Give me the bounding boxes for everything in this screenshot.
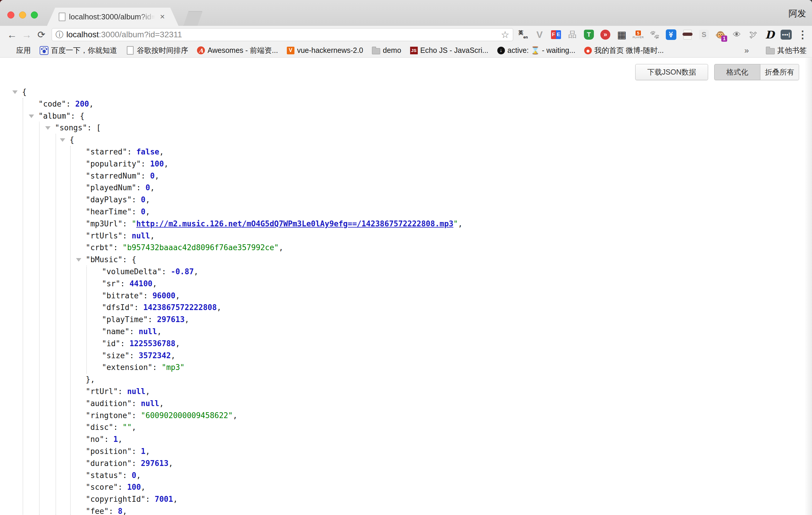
json-token: "crbt" xyxy=(86,243,113,252)
json-token: "mp3Url" xyxy=(86,219,122,228)
json-token: [ xyxy=(96,123,101,132)
json-token: : xyxy=(132,411,141,420)
json-token: : xyxy=(129,327,139,336)
fehelper-icon[interactable]: FE xyxy=(550,29,562,40)
json-token: "copyrightId" xyxy=(86,495,146,504)
vimium-gray-icon[interactable]: V xyxy=(534,29,546,40)
bookmark-star-icon[interactable]: ☆ xyxy=(501,29,509,40)
json-token: , xyxy=(155,171,160,180)
json-token: , xyxy=(173,495,178,504)
browser-menu-icon[interactable]: ⋮ xyxy=(797,28,807,41)
json-token: , xyxy=(233,411,237,420)
json-token: : xyxy=(132,459,141,468)
tab-active[interactable]: localhost:3000/album?id=323 × xyxy=(47,8,178,26)
bird-icon[interactable]: 🕊 xyxy=(747,29,759,40)
tab-favicon-page-icon xyxy=(59,12,65,21)
collapse-toggle-icon[interactable] xyxy=(29,115,34,118)
collapse-toggle-icon[interactable] xyxy=(12,90,18,94)
password-dots-icon[interactable]: •••| xyxy=(780,29,792,40)
bookmark-item[interactable]: demo xyxy=(372,46,401,55)
download-json-button[interactable]: 下载JSON数据 xyxy=(635,64,708,80)
json-token: "dayPlays" xyxy=(86,195,132,204)
json-token: 1423867572222808 xyxy=(143,303,216,312)
bookmark-label: demo xyxy=(383,46,401,55)
bookmark-item[interactable]: AAwesomes - 前端资... xyxy=(197,46,278,55)
json-tree: {"code": 200,"album": {"songs": [{"starr… xyxy=(0,86,812,515)
collapse-toggle-icon[interactable] xyxy=(76,258,81,262)
format-button[interactable]: 格式化 xyxy=(714,64,760,80)
address-bar[interactable]: ⓘ localhost :3000/album?id=32311 ☆ xyxy=(52,28,513,41)
blue-chevron-icon[interactable]: ≫ xyxy=(665,29,677,40)
json-token: { xyxy=(22,87,27,96)
json-token: 1 xyxy=(113,435,118,444)
bookmark-item[interactable]: JSEcho JS - JavaScri... xyxy=(410,46,489,55)
translate-icon[interactable]: 英en xyxy=(517,29,529,40)
json-token: , xyxy=(146,195,150,204)
json-line: { xyxy=(0,86,812,98)
apps-grid-icon xyxy=(5,47,13,55)
bookmark-label: vue-hackernews-2.0 xyxy=(297,46,363,55)
forward-button: → xyxy=(19,30,34,40)
video-speed-icon[interactable]: » xyxy=(600,29,611,40)
collapse-toggle-icon[interactable] xyxy=(60,138,65,142)
bookmark-item[interactable]: 我的首页 微博-随时... xyxy=(584,46,664,55)
json-token: "duration" xyxy=(86,459,132,468)
qrcode-icon[interactable]: ▦ xyxy=(616,29,628,40)
bookmark-item[interactable]: 百度一下，你就知道 xyxy=(40,46,117,55)
scrollbar-track[interactable] xyxy=(804,58,812,515)
json-token: { xyxy=(69,135,74,144)
json-token: , xyxy=(458,219,463,228)
other-bookmarks[interactable]: 其他书签 xyxy=(766,46,807,55)
collapse-toggle-icon[interactable] xyxy=(45,126,51,130)
page-content: 下载JSON数据 格式化 折叠所有 {"code": 200,"album": … xyxy=(0,58,812,515)
collapse-all-button[interactable]: 折叠所有 xyxy=(760,64,799,80)
reload-button[interactable]: ⟳ xyxy=(34,30,49,39)
monkey-badge-icon[interactable]: 🐵1 xyxy=(715,29,726,40)
back-button[interactable]: ← xyxy=(5,30,19,40)
json-line: "starred": false, xyxy=(0,146,812,158)
json-token: 7001 xyxy=(155,495,173,504)
json-token: -0.87 xyxy=(171,267,194,276)
json-token: : xyxy=(66,99,75,108)
extension-icons-row: 英enVFE品T»▦5PLAYER🐾≫S🐵1👁🕊D•••| xyxy=(517,29,792,40)
json-token: 0 xyxy=(150,171,155,180)
down-arrow-icon: ↓ xyxy=(497,47,505,54)
green-shield-t-icon[interactable]: T xyxy=(583,29,595,40)
new-tab-button[interactable] xyxy=(183,11,203,26)
json-token: : xyxy=(118,483,127,491)
json-token: } xyxy=(86,375,90,384)
json-token: : xyxy=(113,243,122,252)
url-host: localhost xyxy=(66,30,99,39)
json-line: }, xyxy=(0,373,812,385)
profile-name[interactable]: 阿发 xyxy=(788,8,806,20)
minimize-window-button[interactable] xyxy=(19,11,26,19)
weibo-eye-icon[interactable]: 👁 xyxy=(731,29,743,40)
mask-document-icon[interactable] xyxy=(682,29,693,40)
mp3-url-link[interactable]: http://m2.music.126.net/mO4G5dQ7WPm3Le0l… xyxy=(136,219,453,228)
json-token: : xyxy=(118,387,127,396)
dark-d-icon[interactable]: D xyxy=(764,29,776,40)
html5-player-icon[interactable]: 5PLAYER xyxy=(632,29,644,40)
zoom-window-button[interactable] xyxy=(31,11,38,19)
close-window-button[interactable] xyxy=(7,11,14,19)
tab-close-icon[interactable]: × xyxy=(160,12,165,21)
json-token: , xyxy=(132,423,137,432)
bookmark-item[interactable]: 谷歌按时间排序 xyxy=(126,46,188,55)
json-token: "score" xyxy=(86,483,118,491)
bookmark-item[interactable]: Vvue-hackernews-2.0 xyxy=(287,46,363,55)
json-token: : xyxy=(104,435,113,444)
json-line: "volumeDelta": -0.87, xyxy=(0,266,812,278)
sitemap-icon[interactable]: 品 xyxy=(567,29,578,40)
bookmark-item[interactable]: ↓active: ⌛ - waiting... xyxy=(497,46,575,55)
json-line: "ringtone": "600902000009458622", xyxy=(0,409,812,422)
gray-s-icon[interactable]: S xyxy=(698,29,710,40)
json-token: : xyxy=(120,279,129,288)
view-mode-button-group: 格式化 折叠所有 xyxy=(714,64,799,80)
json-line: "album": { xyxy=(0,110,812,122)
json-token: "hearTime" xyxy=(86,207,132,216)
bookmark-item[interactable]: 应用 xyxy=(5,46,31,55)
bookmarks-overflow-chevron[interactable]: » xyxy=(744,46,749,55)
json-token: : xyxy=(148,315,157,324)
site-info-icon[interactable]: ⓘ xyxy=(56,29,63,40)
paw-icon[interactable]: 🐾 xyxy=(649,29,661,40)
